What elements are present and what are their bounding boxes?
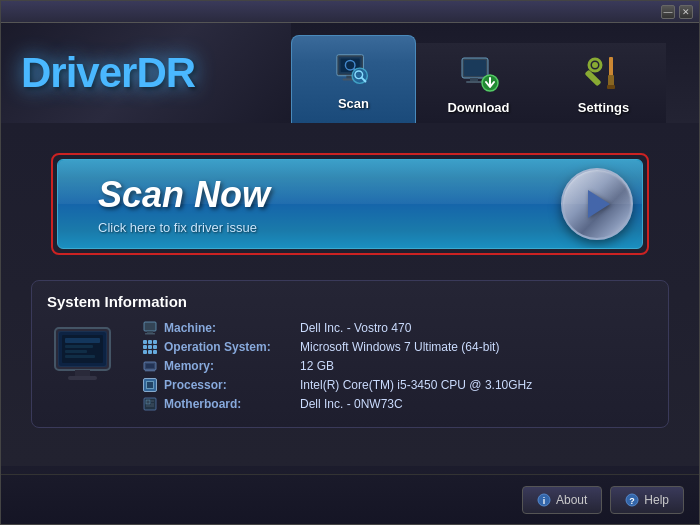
svg-rect-28 [65,338,100,343]
arrow-circle [561,168,633,240]
help-icon: ? [625,493,639,507]
svg-point-18 [592,62,598,68]
arrow-triangle-icon [588,190,610,218]
about-button[interactable]: i About [522,486,602,514]
about-label: About [556,493,587,507]
chip-icon [143,378,157,392]
scan-now-title: Scan Now [98,174,552,216]
machine-value: Dell Inc. - Vostro 470 [300,321,411,335]
scan-now-subtitle: Click here to fix driver issue [98,220,552,235]
processor-label: Processor: [164,378,294,392]
scan-now-container: Scan Now Click here to fix driver issue [51,153,649,255]
settings-tab-icon [582,52,626,96]
svg-rect-36 [146,364,154,368]
svg-rect-31 [65,355,95,358]
svg-text:i: i [543,496,546,506]
scan-now-button[interactable]: Scan Now Click here to fix driver issue [57,159,643,249]
logo-area: DriverDR [1,23,291,123]
machine-label: Machine: [164,321,294,335]
svg-text:?: ? [630,496,636,506]
memory-icon [142,358,158,374]
motherboard-label: Motherboard: [164,397,294,411]
system-info-panel: System Information [31,280,669,428]
tab-settings[interactable]: Settings [541,43,666,123]
title-bar: — ✕ [1,1,699,23]
tab-scan[interactable]: Scan [291,35,416,123]
download-tab-label: Download [447,100,509,115]
nav-tabs: Scan Download [291,23,699,123]
header: DriverDR [1,23,699,123]
svg-rect-25 [75,370,90,376]
close-button[interactable]: ✕ [679,5,693,19]
processor-icon [142,377,158,393]
svg-rect-13 [466,81,482,83]
download-tab-icon [457,52,501,96]
scan-tab-icon [332,48,376,92]
system-info-title: System Information [47,293,653,310]
window-controls: — ✕ [661,5,693,19]
grid-icon [143,340,157,354]
app-logo: DriverDR [21,49,195,97]
memory-label: Memory: [164,359,294,373]
main-window: — ✕ DriverDR [0,0,700,525]
info-row-machine: Machine: Dell Inc. - Vostro 470 [142,320,653,336]
motherboard-icon [142,396,158,412]
svg-rect-45 [151,403,154,405]
svg-rect-33 [147,331,153,333]
svg-rect-12 [470,78,478,81]
machine-icon [142,320,158,336]
processor-value: Intel(R) Core(TM) i5-3450 CPU @ 3.10GHz [300,378,532,392]
memory-value: 12 GB [300,359,334,373]
help-button[interactable]: ? Help [610,486,684,514]
system-info-content: System Information [47,293,653,415]
settings-tab-label: Settings [578,100,629,115]
info-row-processor: Processor: Intel(R) Core(TM) i5-3450 CPU… [142,377,653,393]
svg-rect-44 [151,400,154,402]
svg-rect-32 [144,322,156,331]
svg-rect-11 [464,60,486,76]
svg-rect-46 [146,405,154,407]
svg-rect-34 [145,333,155,335]
svg-rect-21 [607,85,615,89]
motherboard-value: Dell Inc. - 0NW73C [300,397,403,411]
minimize-button[interactable]: — [661,5,675,19]
svg-rect-29 [65,345,93,348]
scan-now-arrow [552,159,642,249]
scan-tab-label: Scan [338,96,369,111]
svg-rect-26 [68,376,97,380]
svg-rect-30 [65,350,87,353]
main-content: Scan Now Click here to fix driver issue … [1,123,699,466]
os-icon [142,339,158,355]
computer-icon [47,320,127,395]
os-label: Operation System: [164,340,294,354]
about-icon: i [537,493,551,507]
info-row-motherboard: Motherboard: Dell Inc. - 0NW73C [142,396,653,412]
info-row-os: Operation System: Microsoft Windows 7 Ul… [142,339,653,355]
info-row-memory: Memory: 12 GB [142,358,653,374]
os-value: Microsoft Windows 7 Ultimate (64-bit) [300,340,499,354]
help-label: Help [644,493,669,507]
footer: i About ? Help [1,474,699,524]
scan-now-text: Scan Now Click here to fix driver issue [58,174,552,235]
tab-download[interactable]: Download [416,43,541,123]
svg-rect-43 [146,400,150,404]
svg-rect-19 [609,57,613,77]
